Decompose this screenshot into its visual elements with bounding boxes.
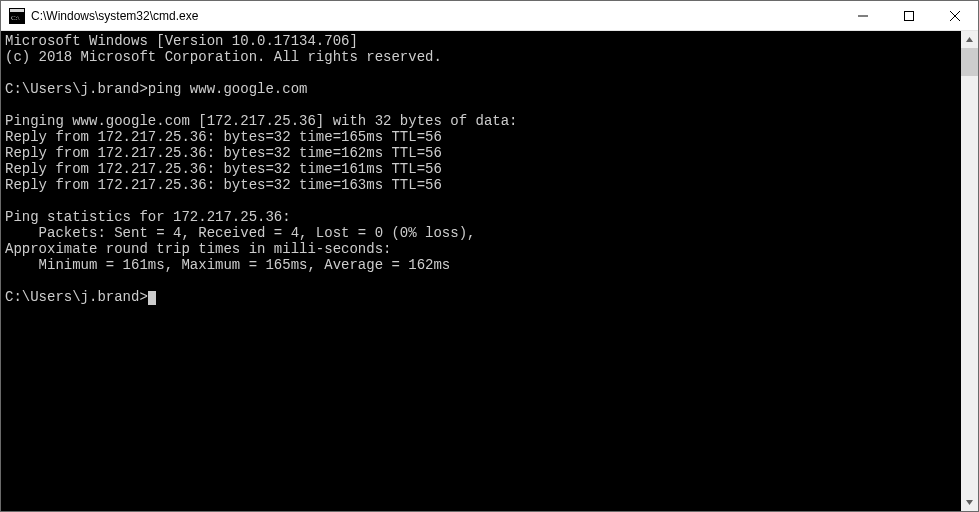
scroll-up-button[interactable] <box>961 31 978 48</box>
ping-header: Pinging www.google.com [172.217.25.36] w… <box>5 113 517 129</box>
client-area: Microsoft Windows [Version 10.0.17134.70… <box>1 31 978 511</box>
command: ping www.google.com <box>148 81 308 97</box>
cmd-icon: C:\ <box>9 8 25 24</box>
maximize-button[interactable] <box>886 1 932 30</box>
ping-stats-header: Ping statistics for 172.217.25.36: <box>5 209 291 225</box>
svg-rect-5 <box>905 11 914 20</box>
cmd-window: C:\ C:\Windows\system32\cmd.exe Microsof… <box>0 0 979 512</box>
text-cursor <box>148 291 156 305</box>
scroll-thumb[interactable] <box>961 48 978 76</box>
svg-rect-1 <box>10 9 24 12</box>
scroll-down-button[interactable] <box>961 494 978 511</box>
prompt: C:\Users\j.brand> <box>5 81 148 97</box>
svg-marker-9 <box>966 500 973 505</box>
prompt: C:\Users\j.brand> <box>5 289 148 305</box>
rtt-header: Approximate round trip times in milli-se… <box>5 241 391 257</box>
ping-reply: Reply from 172.217.25.36: bytes=32 time=… <box>5 161 442 177</box>
window-title: C:\Windows\system32\cmd.exe <box>31 9 840 23</box>
ping-reply: Reply from 172.217.25.36: bytes=32 time=… <box>5 129 442 145</box>
ping-reply: Reply from 172.217.25.36: bytes=32 time=… <box>5 177 442 193</box>
terminal-output[interactable]: Microsoft Windows [Version 10.0.17134.70… <box>1 31 961 511</box>
copyright: (c) 2018 Microsoft Corporation. All righ… <box>5 49 442 65</box>
titlebar[interactable]: C:\ C:\Windows\system32\cmd.exe <box>1 1 978 31</box>
svg-marker-8 <box>966 37 973 42</box>
minimize-button[interactable] <box>840 1 886 30</box>
ping-stats-packets: Packets: Sent = 4, Received = 4, Lost = … <box>5 225 475 241</box>
vertical-scrollbar[interactable] <box>961 31 978 511</box>
window-controls <box>840 1 978 30</box>
scroll-track[interactable] <box>961 48 978 494</box>
os-header: Microsoft Windows [Version 10.0.17134.70… <box>5 33 358 49</box>
rtt-values: Minimum = 161ms, Maximum = 165ms, Averag… <box>5 257 450 273</box>
ping-reply: Reply from 172.217.25.36: bytes=32 time=… <box>5 145 442 161</box>
close-button[interactable] <box>932 1 978 30</box>
svg-text:C:\: C:\ <box>11 14 20 22</box>
